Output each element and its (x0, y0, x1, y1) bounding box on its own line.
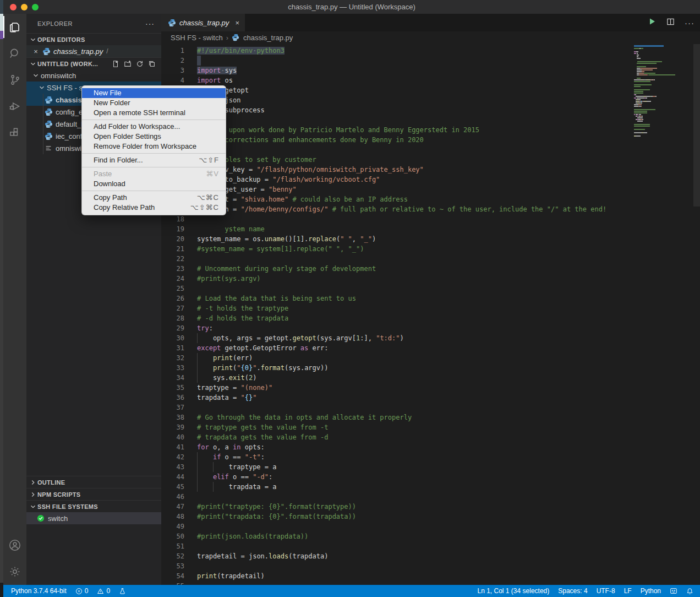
code-line[interactable]: 34 sys.exit(2) (161, 373, 633, 383)
code-line[interactable]: 12 bles to set by customer (161, 155, 633, 165)
code-line[interactable]: 16 t = "shiva.home" # could also be an I… (161, 194, 633, 204)
menu-item-open-folder-settings[interactable]: Open Folder Settings (82, 132, 226, 142)
collapse-all-icon[interactable] (148, 60, 156, 68)
code-line[interactable]: 20system_name = os.uname()[1].replace(" … (161, 234, 633, 244)
code-line[interactable]: 53 (161, 561, 633, 571)
code-line[interactable]: 18 (161, 214, 633, 224)
source-control-icon[interactable] (3, 67, 26, 93)
code-line[interactable]: 50#print(json.loads(trapdata)) (161, 531, 633, 541)
code-line[interactable]: 54print(trapdetail) (161, 571, 633, 581)
code-line[interactable]: 43 traptype = a (161, 462, 633, 472)
code-line[interactable]: 17 h = "/home/benny/configs/" # full pat… (161, 204, 633, 214)
code-line[interactable]: 46 (161, 492, 633, 502)
menu-item-new-folder[interactable]: New Folder (82, 98, 226, 108)
more-actions-icon[interactable]: ··· (685, 18, 694, 28)
code-line[interactable]: 45 trapdata = a (161, 482, 633, 492)
tab-close-icon[interactable]: × (235, 19, 239, 27)
editor-scrollbar[interactable] (693, 44, 700, 207)
open-editors-header[interactable]: OPEN EDITORS (26, 33, 161, 45)
code-line[interactable]: 35traptype = "(none)" (161, 383, 633, 393)
zoom-window-button[interactable] (32, 4, 39, 10)
breadcrumb[interactable]: SSH FS - switch › chassis_trap.py (161, 31, 700, 44)
menu-item-add-folder-to-workspace[interactable]: Add Folder to Workspace... (82, 122, 226, 132)
close-editor-icon[interactable]: × (31, 47, 40, 56)
split-editor-icon[interactable] (666, 18, 675, 28)
code-line[interactable]: 26# Load the data that is being sent to … (161, 294, 633, 303)
code-line[interactable]: 52trapdetail = json.loads(trapdata) (161, 551, 633, 561)
status-item-lf[interactable]: LF (624, 587, 632, 595)
ssh-fs-item-switch[interactable]: switch (26, 512, 161, 524)
code-line[interactable]: 37 (161, 403, 633, 413)
code-line[interactable]: 39# traptype gets the value from -t (161, 422, 633, 432)
code-line[interactable]: 10 corrections and enhancements done by … (161, 135, 633, 145)
status-item-utf-8[interactable]: UTF-8 (597, 587, 615, 595)
minimize-window-button[interactable] (21, 4, 28, 10)
code-line[interactable]: 24#print(sys.argv) (161, 274, 633, 284)
search-icon[interactable] (3, 40, 26, 67)
status-item-spaces-4[interactable]: Spaces: 4 (558, 587, 587, 595)
code-line[interactable]: 4import os (161, 75, 633, 85)
section-header-ssh-file-systems[interactable]: SSH FILE SYSTEMS (26, 500, 161, 512)
open-editor-item[interactable]: × chassis_trap.py / (26, 45, 161, 57)
code-line[interactable]: 1#!/usr/bin/env·python3 (161, 46, 633, 56)
code-line[interactable]: 3import·sys (161, 66, 633, 75)
menu-item-new-file[interactable]: New File (82, 88, 226, 98)
code-line[interactable]: 25 (161, 284, 633, 294)
code-line[interactable]: 14 to_backup = "/flash/working/vcboot.cf… (161, 175, 633, 184)
code-line[interactable]: 19 ystem name (161, 224, 633, 234)
code-line[interactable]: 42 if o == "-t": (161, 452, 633, 462)
code-line[interactable]: 49 (161, 522, 633, 531)
code-line[interactable]: 23# Uncomment during early stage of deve… (161, 264, 633, 274)
code-line[interactable]: 41for o, a in opts: (161, 442, 633, 452)
menu-item-remove-folder-from-workspace[interactable]: Remove Folder from Workspace (82, 142, 226, 151)
run-debug-icon[interactable] (3, 93, 26, 120)
code-line[interactable]: 9 upon work done by Patricio Martelo and… (161, 125, 633, 135)
status-item-python[interactable]: Python (641, 587, 661, 595)
extensions-icon[interactable] (3, 120, 26, 146)
code-line[interactable]: 21#system_name = system[1].replace(" ", … (161, 244, 633, 254)
code-line[interactable]: 51 (161, 541, 633, 551)
status-item-0[interactable]: 0 (97, 587, 110, 595)
code-line[interactable]: 29try: (161, 323, 633, 333)
section-header-outline[interactable]: OUTLINE (26, 476, 161, 488)
menu-item-open-a-remote-ssh-terminal[interactable]: Open a remote SSH terminal (82, 108, 226, 118)
accounts-icon[interactable] (3, 532, 26, 558)
new-file-icon[interactable] (112, 60, 119, 68)
section-header-npm-scripts[interactable]: NPM SCRIPTS (26, 488, 161, 500)
code-line[interactable]: 11 (161, 145, 633, 155)
status-item-flask[interactable] (119, 588, 126, 595)
code-line[interactable]: 13 v_key = "/flash/python/omniswitch_pri… (161, 165, 633, 175)
status-item-feedback[interactable] (670, 587, 677, 595)
close-window-button[interactable] (10, 4, 17, 10)
menu-item-download[interactable]: Download (82, 179, 226, 189)
code-line[interactable]: 7 subprocess (161, 105, 633, 115)
minimap[interactable] (634, 45, 692, 139)
sidebar-more-actions-icon[interactable]: ··· (145, 19, 155, 28)
code-line[interactable]: 33 print("{0}".format(sys.argv)) (161, 363, 633, 373)
status-item-python-3-7-4-64-bit[interactable]: Python 3.7.4 64-bit (11, 587, 67, 595)
code-line[interactable]: 38# Go through the data in opts and allo… (161, 413, 633, 422)
menu-item-copy-path[interactable]: Copy Path⌥⌘C (82, 193, 226, 203)
refresh-icon[interactable] (136, 60, 144, 68)
code-line[interactable]: 55 (161, 581, 633, 585)
tab-chassis-trap[interactable]: chassis_trap.py × (161, 14, 245, 31)
settings-gear-icon[interactable] (3, 558, 26, 585)
title-bar[interactable]: chassis_trap.py — Untitled (Workspace) (3, 0, 700, 14)
workspace-header[interactable]: UNTITLED (WORK... (26, 57, 161, 69)
code-line[interactable]: 36trapdata = "{}" (161, 393, 633, 403)
code-line[interactable]: 44 elif o == "-d": (161, 472, 633, 482)
code-line[interactable]: 5 getopt (161, 85, 633, 95)
code-line[interactable]: 32 print(err) (161, 353, 633, 363)
code-line[interactable]: 40# trapdata gets the value from -d (161, 432, 633, 442)
explorer-icon[interactable] (3, 14, 26, 40)
new-folder-icon[interactable] (124, 60, 132, 68)
code-line[interactable]: 31except getopt.GetoptError as err: (161, 343, 633, 353)
status-item-0[interactable]: 0 (75, 587, 89, 595)
status-item-ln-1-col-1-34-selected[interactable]: Ln 1, Col 1 (34 selected) (478, 587, 550, 595)
breadcrumb-file[interactable]: chassis_trap.py (243, 34, 293, 42)
tree-folder-omniswitch[interactable]: omniswitch (26, 69, 161, 82)
status-item-bell[interactable] (686, 588, 693, 595)
code-line[interactable]: 27# -t holds the traptype (161, 303, 633, 313)
run-button[interactable] (648, 17, 657, 28)
code-line[interactable]: 6 json (161, 95, 633, 105)
